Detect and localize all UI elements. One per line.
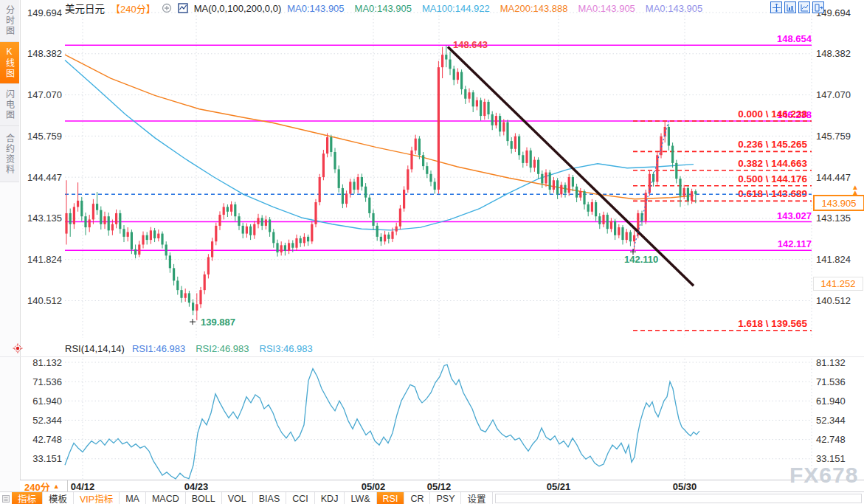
rsi-chart-pane[interactable]: 81.13281.13271.53671.53661.94061.94052.3…: [0, 356, 864, 480]
svg-text:144.447: 144.447: [816, 172, 851, 183]
svg-text:143.135: 143.135: [27, 213, 62, 224]
level-141-box: 141.252: [813, 277, 863, 291]
toolbar-item-指标[interactable]: 指标: [12, 492, 43, 504]
period-up-arrow-icon: ▲: [53, 483, 60, 490]
time-axis: 240分 ▲ 04/1204/2305/0205/1205/2105/30: [20, 480, 864, 492]
chart-header: 美元日元 【240分】 MA(0,0,100,200,0,0) MA0:143.…: [65, 1, 702, 15]
date-label: 05/02: [362, 481, 386, 492]
date-label: 04/12: [71, 481, 95, 492]
toolbar-grip-icon[interactable]: [0, 492, 12, 504]
rsi-value-2: RSI2:46.983: [196, 343, 249, 354]
ma-settings-label: MA(0,0,100,200,0,0): [194, 3, 282, 14]
toolbar-empty-strip: [495, 494, 863, 503]
ma-value-6: MA0:143.905: [646, 3, 702, 14]
toolbar-item-PSY[interactable]: PSY: [430, 492, 461, 504]
zoom-range-icon[interactable]: [784, 1, 796, 13]
swing-label: 148.643: [453, 39, 488, 50]
svg-text:71.536: 71.536: [32, 376, 62, 387]
toolbar-item-CCI[interactable]: CCI: [286, 492, 315, 504]
toolbar-item-CR[interactable]: CR: [404, 492, 430, 504]
chart-application: 分时图K线图闪电图合约资料 149.694149.694148.382148.3…: [0, 0, 864, 504]
period-selector[interactable]: 240分 ▲: [21, 480, 68, 492]
rsi-header: RSI(14,14,14) RSI1:46.983RSI2:46.983RSI3…: [65, 343, 313, 354]
rsi-value-3: RSI3:46.983: [260, 343, 313, 354]
rsi-line: [65, 365, 699, 479]
toolbar-item-VIP指标[interactable]: VIP指标: [74, 492, 120, 504]
svg-text:149.694: 149.694: [27, 7, 62, 18]
toolbar-item-模板[interactable]: 模板: [43, 492, 74, 504]
ma100-line: [65, 60, 694, 230]
svg-text:33.151: 33.151: [32, 453, 62, 464]
svg-text:61.940: 61.940: [816, 396, 846, 407]
toolbar-item-BOLL[interactable]: BOLL: [186, 492, 222, 504]
toolbar-item-MACD[interactable]: MACD: [146, 492, 186, 504]
ma-value-3: MA100:144.922: [422, 3, 490, 14]
svg-text:148.382: 148.382: [27, 48, 62, 59]
svg-text:141.824: 141.824: [27, 254, 62, 265]
toolbar-items: 指标模板VIP指标MAMACDBOLLVOLBIASCCIKDJLW&RSICR…: [12, 492, 493, 504]
svg-text:147.070: 147.070: [27, 89, 62, 100]
ma-value-2: MA0:143.905: [355, 3, 412, 14]
svg-text:52.344: 52.344: [816, 415, 846, 426]
ma-indicator-icon[interactable]: [178, 3, 188, 13]
swing-label: 139.887: [201, 317, 235, 328]
ma-value-4: MA200:143.888: [500, 3, 568, 14]
rsi-value-1: RSI1:46.983: [132, 343, 185, 354]
svg-text:61.940: 61.940: [32, 396, 62, 407]
svg-text:42.748: 42.748: [32, 434, 62, 445]
price-chart-pane[interactable]: 149.694149.694148.382148.382147.070147.0…: [0, 0, 864, 342]
svg-text:141.824: 141.824: [816, 254, 851, 265]
svg-text:0.382 \ 144.663: 0.382 \ 144.663: [738, 158, 807, 169]
anchor-cross-marker: [190, 319, 196, 325]
svg-text:147.070: 147.070: [816, 89, 851, 100]
svg-text:145.759: 145.759: [27, 131, 62, 142]
toolbar-item-设置[interactable]: 设置: [461, 492, 492, 504]
toolbar-item-RSI[interactable]: RSI: [377, 492, 405, 504]
price-up-arrow-icon: ▲▲: [851, 184, 859, 195]
rsi-grid: 81.13281.13271.53671.53661.94061.94052.3…: [32, 357, 846, 479]
ma-value-1: MA0:143.905: [287, 3, 344, 14]
ma-value-5: MA0:143.905: [578, 3, 635, 14]
chart-tool-icons: [770, 1, 824, 13]
toolbar-item-BIAS[interactable]: BIAS: [253, 492, 287, 504]
toolbar-item-LW&[interactable]: LW&: [345, 492, 376, 504]
swing-label: 142.110: [624, 254, 658, 265]
svg-text:0.236 \ 145.265: 0.236 \ 145.265: [738, 139, 807, 150]
alarm-icon[interactable]: [13, 343, 23, 353]
svg-text:144.447: 144.447: [27, 172, 62, 183]
date-label: 04/23: [184, 481, 209, 492]
svg-text:81.132: 81.132: [32, 357, 62, 368]
svg-text:71.536: 71.536: [816, 376, 846, 387]
svg-text:140.512: 140.512: [27, 295, 62, 306]
svg-text:143.135: 143.135: [816, 213, 851, 224]
toolbar-item-KDJ[interactable]: KDJ: [315, 492, 345, 504]
ma200-line: [65, 55, 694, 199]
svg-text:0.500 \ 144.176: 0.500 \ 144.176: [738, 173, 807, 184]
toolbar-item-VOL[interactable]: VOL: [222, 492, 253, 504]
indicator-window-icon[interactable]: [798, 1, 810, 13]
rsi-title: RSI(14,14,14): [65, 343, 125, 354]
current-price-box: 143.905: [813, 195, 864, 211]
collapse-circle-icon[interactable]: [162, 3, 172, 13]
ma-values: MA0:143.905MA0:143.905MA100:144.922MA200…: [287, 3, 702, 14]
svg-text:1.618 \ 139.565: 1.618 \ 139.565: [738, 318, 807, 329]
watermark: FX678: [789, 463, 858, 488]
pan-crosshair-icon[interactable]: [770, 1, 782, 13]
period-label: 【240分】: [111, 1, 156, 15]
svg-text:148.382: 148.382: [816, 48, 851, 59]
toolbar-item-MA[interactable]: MA: [120, 492, 146, 504]
svg-text:0.000 \ 146.238: 0.000 \ 146.238: [738, 108, 807, 120]
exit-chart-icon[interactable]: [812, 1, 824, 13]
svg-text:148.654: 148.654: [777, 33, 812, 44]
indicator-toolbar: 指标模板VIP指标MAMACDBOLLVOLBIASCCIKDJLW&RSICR…: [0, 491, 864, 504]
svg-text:42.748: 42.748: [816, 434, 846, 445]
rsi-chart[interactable]: 81.13281.13271.53671.53661.94061.94052.3…: [0, 357, 864, 480]
svg-text:52.344: 52.344: [32, 415, 62, 426]
svg-text:81.132: 81.132: [816, 357, 846, 368]
svg-text:145.759: 145.759: [816, 131, 851, 142]
candlestick-chart[interactable]: 149.694149.694148.382148.382147.070147.0…: [0, 0, 864, 342]
symbol-title: 美元日元: [65, 1, 105, 15]
date-label: 05/21: [547, 481, 571, 492]
svg-text:143.027: 143.027: [777, 210, 812, 221]
svg-text:140.512: 140.512: [816, 295, 851, 306]
